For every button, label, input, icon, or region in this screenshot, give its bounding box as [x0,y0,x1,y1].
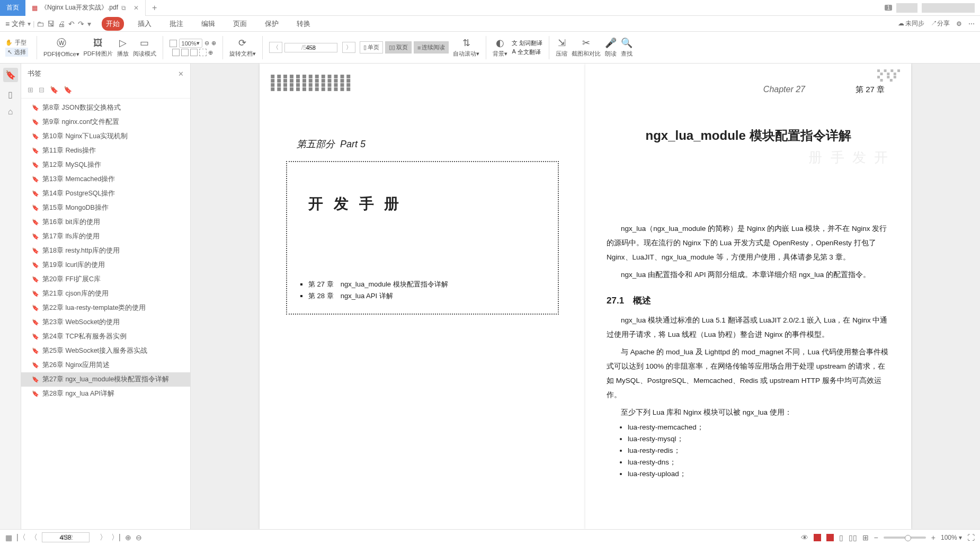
bookmark-item[interactable]: 🔖第9章 nginx.conf文件配置 [21,115,190,129]
share-button[interactable]: ↗分享 [931,19,950,28]
page-input[interactable] [284,43,337,52]
menu-tab-page[interactable]: 页面 [229,17,251,31]
layout-icon-2[interactable] [181,49,189,56]
zoom-select-icon[interactable]: ⊕ [208,49,213,56]
zoom-level[interactable]: 100% ▾ [179,39,202,48]
layout-icon-4[interactable] [199,49,207,56]
record-icon-2[interactable] [826,534,834,541]
redo-icon[interactable]: ↷ [78,20,84,28]
prev-page-button[interactable]: 〈 [269,42,282,53]
select-tool[interactable]: ↖选择 [5,48,28,57]
undo-icon[interactable]: ↶ [68,20,75,28]
remove-page-icon[interactable]: ⊖ [136,533,142,542]
bookmark-item[interactable]: 🔖第23章 WebSocket的使用 [21,315,190,329]
settings-icon[interactable]: ⚙ [956,20,962,28]
menu-tab-protect[interactable]: 保护 [261,17,283,31]
bookmark-item[interactable]: 🔖第12章 MySQL操作 [21,158,190,172]
status-page-input[interactable] [42,532,90,542]
view-mode-3-icon[interactable]: ⊞ [862,533,869,542]
bookmark-item[interactable]: 🔖第26章 Nginx应用简述 [21,358,190,372]
play-button[interactable]: ▷播放 [117,37,129,58]
home-tab[interactable]: 首页 [0,0,25,16]
read-aloud[interactable]: 🎤朗读 [605,37,617,58]
record-icon-1[interactable] [814,534,821,541]
menu-tab-start[interactable]: 开始 [102,17,124,31]
next-page-button[interactable]: 〉 [342,42,355,53]
feedback-icon[interactable]: ⋯ [968,20,975,28]
zoom-in-icon[interactable]: ⊕ [211,40,216,47]
view-mode-1-icon[interactable]: ▯ [839,533,843,542]
close-tab-icon[interactable]: ✕ [133,4,139,12]
bookmark-item[interactable]: 🔖第22章 lua-resty-template类的使用 [21,301,190,315]
bookmark-item[interactable]: 🔖第14章 PostgreSQL操作 [21,186,190,201]
add-bookmark-icon[interactable]: ⊞ [28,86,33,94]
toggle-bookmark-icon[interactable]: ⊟ [39,86,44,94]
auto-scroll[interactable]: ⇅自动滚动▾ [453,37,479,58]
bookmark-item[interactable]: 🔖第18章 resty.http库的使用 [21,244,190,258]
word-translate[interactable]: 文划词翻译 [512,39,542,47]
fullscreen-icon[interactable]: ⛶ [967,533,975,542]
full-translate[interactable]: A全文翻译 [512,48,542,56]
notification-badge[interactable]: 1 [885,5,892,11]
save-icon[interactable]: 🖫 [47,20,55,28]
next-page-icon[interactable]: 〉 [100,533,107,542]
user-avatar[interactable] [896,3,917,13]
new-tab-button[interactable]: + [146,3,163,13]
last-page-icon[interactable]: 〉| [111,533,121,542]
bookmark-item[interactable]: 🔖第16章 bit库的使用 [21,215,190,229]
bookmark-item[interactable]: 🔖第27章 ngx_lua_module模块配置指令详解 [21,372,190,387]
file-menu[interactable]: 文件 [12,19,25,29]
compress[interactable]: ⇲压缩 [556,37,567,58]
continuous-view[interactable]: ≡连续阅读 [414,41,449,53]
bookmark-item[interactable]: 🔖第24章 TCP私有服务器实例 [21,329,190,344]
find[interactable]: 🔍查找 [621,37,632,58]
bookmark-item[interactable]: 🔖第8章 JSON数据交换格式 [21,101,190,115]
zoom-slider[interactable] [884,537,926,539]
sync-status[interactable]: 未同步 [898,19,924,28]
background[interactable]: ◐背景▾ [493,37,507,58]
double-page-view[interactable]: ▯▯双页 [385,41,412,53]
fit-width-icon[interactable] [170,40,177,47]
window-controls[interactable] [922,3,975,13]
pdf-to-office[interactable]: ⓦPDF转Office▾ [43,37,79,58]
bookmark-list[interactable]: 🔖第8章 JSON数据交换格式🔖第9章 nginx.conf文件配置🔖第10章 … [21,99,190,529]
file-tab[interactable]: ▦ 《Nginx Lua开发实战》.pdf ⧉ ✕ [25,0,146,16]
grid-view-icon[interactable]: ▦ [5,533,12,542]
open-icon[interactable]: 🗀 [37,20,44,28]
eye-icon[interactable]: 👁 [801,533,808,542]
zoom-out-status-icon[interactable]: − [874,533,878,542]
close-sidebar-icon[interactable]: ✕ [178,70,184,78]
thumbnail-panel-icon[interactable]: ▯ [8,90,13,100]
bookmark-item[interactable]: 🔖第10章 Nginx下Lua实现机制 [21,129,190,144]
bookmark-icon-1[interactable]: 🔖 [50,86,58,94]
add-page-icon[interactable]: ⊕ [125,533,131,542]
prev-page-icon[interactable]: 〈 [30,533,38,542]
print-icon[interactable]: 🖨 [58,20,65,28]
bookmark-item[interactable]: 🔖第13章 Memcached操作 [21,172,190,186]
bookmark-item[interactable]: 🔖第21章 cjson库的使用 [21,287,190,301]
pdf-to-image[interactable]: 🖼PDF转图片 [84,38,113,58]
zoom-out-icon[interactable]: ⊖ [204,40,209,47]
bookmark-item[interactable]: 🔖第20章 FFI扩展C库 [21,272,190,287]
zoom-in-status-icon[interactable]: + [931,533,936,542]
hamburger-icon[interactable]: ≡ [5,20,10,28]
rotate-doc[interactable]: ⟳旋转文档▾ [229,37,256,58]
bookmark-item[interactable]: 🔖第28章 ngx_lua API详解 [21,387,190,401]
screenshot-compare[interactable]: ✂截图和对比 [572,37,601,58]
content-area[interactable]: ▪▪▪▪▪▪▪▪▪▪▪▪▪▪▪▪▪▪▪▪▪▪▪▪▪▪▪▪▪▪▪▪▪▪▪▪▪▪▪▪… [191,64,980,529]
layout-icon-3[interactable] [190,49,198,56]
first-page-icon[interactable]: |〈 [16,533,26,542]
menu-tab-annotate[interactable]: 批注 [165,17,188,31]
bookmark-item[interactable]: 🔖第25章 WebSocket接入服务器实战 [21,344,190,358]
read-mode[interactable]: ▭阅读模式 [133,37,156,58]
bookmark-item[interactable]: 🔖第15章 MongoDB操作 [21,201,190,215]
bookmark-item[interactable]: 🔖第17章 lfs库的使用 [21,229,190,244]
menu-tab-edit[interactable]: 编辑 [197,17,219,31]
outline-panel-icon[interactable]: ⌂ [8,107,13,117]
bookmark-item[interactable]: 🔖第19章 lcurl库的使用 [21,258,190,272]
menu-tab-insert[interactable]: 插入 [133,17,156,31]
hand-tool[interactable]: ✋手型 [5,39,28,47]
menu-tab-convert[interactable]: 转换 [292,17,315,31]
bookmark-panel-icon[interactable]: 🔖 [3,68,18,82]
bookmark-icon-2[interactable]: 🔖 [64,86,72,94]
